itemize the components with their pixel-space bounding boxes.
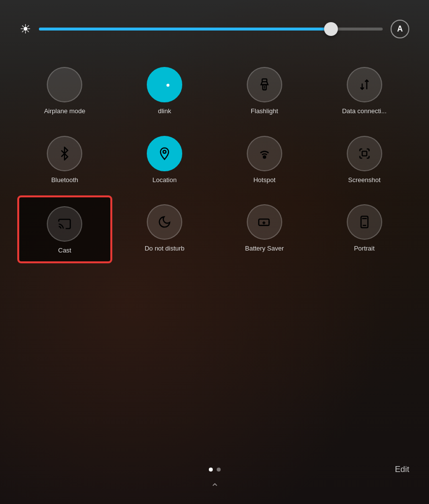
svg-rect-7	[362, 151, 366, 156]
location-label: Location	[153, 176, 177, 184]
flashlight-icon-circle	[247, 67, 282, 102]
tile-flashlight[interactable]: Flashlight	[217, 58, 312, 122]
svg-rect-2	[262, 79, 266, 82]
airplane-mode-icon-circle	[47, 67, 82, 102]
bluetooth-label: Bluetooth	[51, 176, 78, 184]
brightness-slider[interactable]	[39, 28, 383, 31]
handle-bar[interactable]: ⌃	[210, 481, 219, 494]
tile-portrait[interactable]: Portrait	[317, 195, 412, 263]
screenshot-icon-circle	[347, 136, 382, 171]
tile-location[interactable]: Location	[117, 127, 212, 191]
page-dots	[209, 468, 221, 472]
tile-battery-saver[interactable]: Battery Saver	[217, 195, 312, 263]
hotspot-icon-circle	[247, 136, 282, 171]
do-not-disturb-icon-circle	[147, 204, 182, 240]
brightness-icon: ☀	[20, 22, 31, 37]
tile-do-not-disturb[interactable]: Do not disturb	[117, 195, 212, 263]
tile-bluetooth[interactable]: Bluetooth	[17, 127, 112, 191]
data-connection-label: Data connecti...	[342, 107, 386, 115]
tile-screenshot[interactable]: Screenshot	[317, 127, 412, 191]
svg-point-0	[164, 89, 165, 91]
page-dot-0[interactable]	[209, 468, 213, 472]
portrait-icon-circle	[347, 204, 382, 240]
bottom-bar: Edit	[0, 465, 429, 474]
svg-point-6	[264, 156, 265, 157]
cast-label: Cast	[58, 247, 71, 254]
tile-airplane-mode[interactable]: Airplane mode	[17, 58, 112, 122]
data-connection-icon-circle	[347, 67, 382, 102]
tile-wifi[interactable]: dlink	[117, 58, 212, 122]
screenshot-label: Screenshot	[348, 176, 381, 184]
battery-saver-icon-circle	[247, 204, 282, 240]
tile-cast[interactable]: Cast	[17, 195, 112, 263]
bluetooth-icon-circle	[47, 136, 82, 171]
do-not-disturb-label: Do not disturb	[145, 245, 185, 252]
battery-saver-label: Battery Saver	[245, 245, 284, 252]
auto-brightness-button[interactable]: A	[391, 20, 409, 38]
wifi-icon-circle	[147, 67, 182, 102]
quick-settings-panel: ☀ A Airplane modedlinkFlashlightData con…	[0, 0, 429, 273]
flashlight-label: Flashlight	[251, 107, 278, 115]
tile-data-connection[interactable]: Data connecti...	[317, 58, 412, 122]
hotspot-label: Hotspot	[253, 176, 275, 184]
cast-icon-circle	[47, 206, 82, 242]
tile-hotspot[interactable]: Hotspot	[217, 127, 312, 191]
location-icon-circle	[147, 136, 182, 171]
airplane-mode-label: Airplane mode	[44, 107, 85, 115]
edit-button[interactable]: Edit	[395, 465, 409, 474]
portrait-label: Portrait	[354, 245, 375, 252]
swipe-handle-icon: ⌃	[210, 481, 219, 494]
brightness-fill	[39, 28, 331, 31]
brightness-row: ☀ A	[15, 20, 414, 38]
brightness-thumb	[324, 22, 338, 36]
brightness-track	[39, 28, 383, 31]
tiles-grid: Airplane modedlinkFlashlightData connect…	[15, 58, 414, 263]
wifi-label: dlink	[158, 107, 171, 115]
page-dot-1[interactable]	[217, 468, 221, 472]
